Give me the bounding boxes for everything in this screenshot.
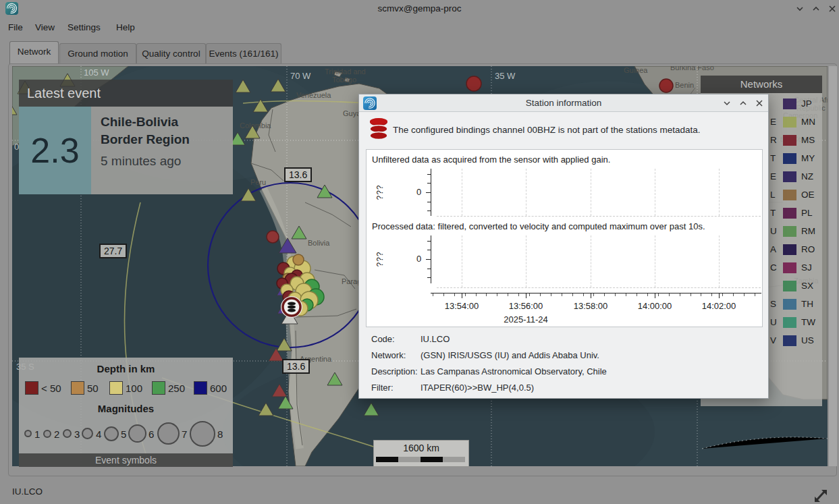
window-titlebar[interactable]: scmvx@gempa-proc (0, 0, 839, 17)
depth-legend-title: Depth in km (19, 363, 233, 374)
network-color (783, 244, 796, 255)
svg-text:Colombia: Colombia (240, 121, 271, 130)
station-information-dialog: Station information The configured bindi… (358, 94, 769, 399)
latest-event-time-ago: 5 minutes ago (101, 154, 181, 169)
svg-text:Guinea: Guinea (624, 66, 648, 74)
database-warning-icon (369, 117, 389, 142)
plot1-title: Unfiltered data as acquired from the sen… (372, 155, 610, 165)
menu-file[interactable]: File (4, 18, 27, 37)
magnitude-label: 5 (121, 428, 126, 440)
latest-event-magnitude: 2.3 (19, 107, 91, 194)
dialog-titlebar[interactable]: Station information (359, 94, 768, 112)
network-code: RO (801, 244, 815, 254)
minimize-button[interactable] (794, 3, 806, 15)
magnitude-label: 2 (54, 428, 59, 440)
network-code: TH (801, 299, 813, 309)
menu-view[interactable]: View (31, 18, 59, 37)
tab-network[interactable]: Network (9, 41, 59, 64)
svg-text:Venezuela: Venezuela (296, 91, 331, 99)
detail-value: ITAPER(60)>>BW_HP(4,0.5) (421, 383, 534, 393)
network-color (783, 317, 796, 328)
tab-ground-motion[interactable]: Ground motion (59, 43, 136, 64)
event-symbols-toggle[interactable]: Event symbols (19, 453, 233, 467)
network-color (783, 281, 796, 291)
magnitude-symbol (82, 428, 93, 439)
magnitude-label: 4 (96, 428, 101, 440)
network-color (783, 226, 796, 237)
time-tick: 13:58:00 (574, 301, 608, 311)
network-code: SX (801, 281, 813, 291)
networks-toggle[interactable]: Networks (701, 76, 822, 93)
time-tick: 13:56:00 (509, 301, 543, 311)
plot2-title: Processed data: filtered, converted to v… (372, 221, 705, 231)
menubar: File View Settings Help (0, 18, 839, 37)
magnitude-symbol (104, 426, 119, 441)
depth-label: < 50 (41, 383, 61, 394)
tab-events[interactable]: Events (161/161) (206, 43, 281, 64)
detail-label: Code: (371, 334, 395, 344)
menu-help[interactable]: Help (112, 18, 139, 37)
magnitude-symbol (190, 421, 215, 447)
map-value-label: 13.6 (284, 167, 312, 182)
network-code: RM (801, 226, 815, 236)
plot1-y-axis (431, 169, 431, 216)
resize-grip-icon[interactable] (813, 488, 829, 503)
network-color (783, 299, 796, 310)
network-code: MY (801, 153, 815, 163)
selected-station-marker[interactable] (281, 297, 302, 317)
latest-event-header: Latest event (19, 80, 233, 107)
network-color (783, 208, 796, 219)
scale-segment (376, 457, 398, 462)
network-code: SJ (801, 262, 812, 273)
maximize-button[interactable] (810, 3, 822, 15)
date-label: 2025-11-24 (504, 314, 548, 325)
map-value-label: 27.7 (99, 244, 127, 258)
map-value-label: 13.6 (282, 359, 310, 374)
magnitude-label: 1 (34, 428, 40, 440)
svg-text:105 W: 105 W (84, 67, 109, 78)
latest-event-region: Chile-Bolivia Border Region (101, 113, 229, 148)
detail-label: Network: (371, 350, 406, 360)
magnitude-symbol (24, 430, 32, 437)
plot2-y-axis (431, 235, 431, 283)
menu-settings[interactable]: Settings (63, 18, 105, 37)
window-title: scmvx@gempa-proc (0, 3, 839, 13)
detail-label: Description: (371, 366, 418, 376)
svg-text:Peru: Peru (250, 178, 266, 186)
scale-segment (443, 457, 465, 462)
magnitude-label: 8 (217, 428, 223, 440)
close-button[interactable] (826, 3, 838, 15)
latest-event-body[interactable]: 2.3 Chile-Bolivia Border Region 5 minute… (19, 107, 233, 194)
scale-segment (398, 457, 421, 462)
plot2-y-unit: ??? (375, 251, 385, 267)
time-tick: 14:00:00 (638, 301, 672, 311)
dialog-minimize-button[interactable] (721, 97, 733, 109)
network-code: MS (801, 135, 815, 145)
map-scrollbar[interactable] (828, 66, 837, 466)
magnitude-symbol (128, 424, 146, 443)
network-code: JP (801, 99, 812, 109)
depth-label: 250 (168, 383, 185, 394)
network-code: NZ (801, 171, 813, 181)
magnitude-symbol (63, 429, 72, 438)
magnitude-label: 7 (182, 428, 187, 440)
magnitudes-legend-title: Magnitudes (19, 403, 233, 414)
depth-label: 100 (126, 383, 142, 394)
detail-label: Filter: (371, 383, 394, 393)
network-code: TW (801, 317, 815, 327)
latest-event-panel: Latest event 2.3 Chile-Bolivia Border Re… (19, 80, 233, 194)
depth-swatch (194, 381, 207, 395)
network-color (783, 171, 796, 182)
dialog-title: Station information (359, 98, 768, 108)
tab-quality-control[interactable]: Quality control (136, 43, 206, 64)
svg-text:Bolivia: Bolivia (308, 239, 330, 247)
network-color (783, 135, 796, 146)
magnitude-label: 6 (148, 428, 154, 440)
svg-text:Trinidad and: Trinidad and (325, 67, 366, 76)
network-color (783, 335, 796, 346)
detail-value: IU.LCO (421, 334, 450, 344)
map-scale-label: 1600 km (374, 443, 468, 453)
dialog-close-button[interactable] (753, 97, 765, 109)
network-code: MN (801, 117, 815, 127)
dialog-maximize-button[interactable] (737, 97, 749, 109)
